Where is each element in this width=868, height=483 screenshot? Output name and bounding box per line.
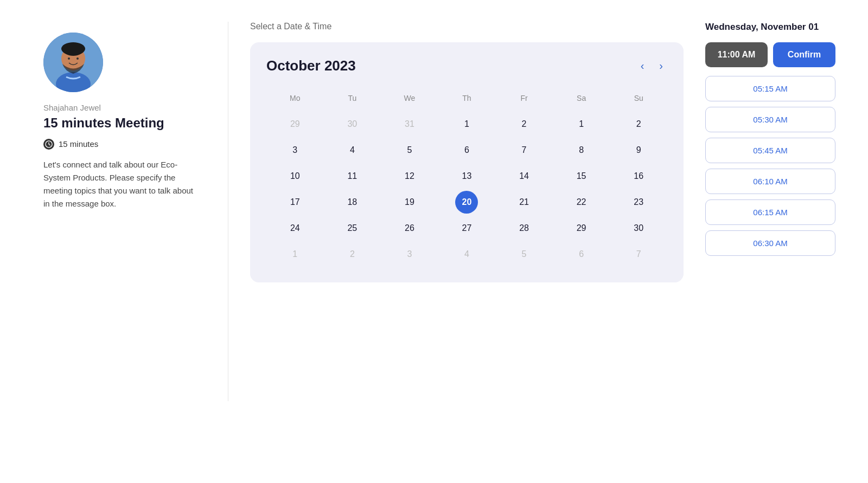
day-cell-selected[interactable]: 20: [455, 191, 478, 214]
time-slot-0610am[interactable]: 06:10 AM: [705, 169, 835, 194]
day-cell[interactable]: 15: [570, 165, 593, 188]
svg-point-4: [63, 45, 83, 56]
center-panel: Select a Date & Time October 2023 ‹ › Mo…: [239, 22, 694, 282]
clock-icon: [43, 139, 54, 150]
day-cell[interactable]: 1: [455, 113, 478, 136]
day-cell[interactable]: 2: [627, 113, 650, 136]
day-cell[interactable]: 22: [570, 191, 593, 214]
calendar-grid: Mo Tu We Th Fr Sa Su 29 30 31 1 2 1 2 3 …: [266, 89, 667, 267]
day-cell[interactable]: 6: [570, 243, 593, 266]
day-cell[interactable]: 2: [513, 113, 535, 136]
day-cell[interactable]: 3: [398, 243, 421, 266]
day-cell[interactable]: 17: [284, 191, 307, 214]
confirm-button[interactable]: Confirm: [773, 42, 835, 67]
calendar-header: October 2023 ‹ ›: [266, 57, 667, 74]
time-slot-0530am[interactable]: 05:30 AM: [705, 107, 835, 132]
day-cell[interactable]: 23: [627, 191, 650, 214]
meeting-title: 15 minutes Meeting: [43, 115, 195, 131]
duration-label: 15 minutes: [59, 139, 98, 149]
svg-point-5: [68, 57, 70, 60]
section-title: Select a Date & Time: [250, 22, 684, 31]
day-cell[interactable]: 1: [570, 113, 593, 136]
time-slot-0615am[interactable]: 06:15 AM: [705, 199, 835, 225]
day-cell[interactable]: 1: [284, 243, 307, 266]
right-panel: Wednesday, November 01 11:00 AM Confirm …: [694, 22, 835, 261]
day-cell[interactable]: 7: [513, 139, 535, 162]
day-cell[interactable]: 2: [341, 243, 363, 266]
selected-time-button[interactable]: 11:00 AM: [705, 42, 768, 67]
day-cell[interactable]: 30: [341, 113, 363, 136]
day-header-tu: Tu: [324, 89, 381, 111]
day-cell[interactable]: 27: [455, 217, 478, 240]
day-cell[interactable]: 5: [513, 243, 535, 266]
day-cell[interactable]: 31: [398, 113, 421, 136]
day-cell[interactable]: 30: [627, 217, 650, 240]
day-cell[interactable]: 8: [570, 139, 593, 162]
day-cell[interactable]: 7: [627, 243, 650, 266]
day-cell[interactable]: 21: [513, 191, 535, 214]
page-container: Shajahan Jewel 15 minutes Meeting 15 min…: [33, 22, 835, 401]
next-month-button[interactable]: ›: [655, 57, 667, 74]
day-cell[interactable]: 25: [341, 217, 363, 240]
day-cell[interactable]: 14: [513, 165, 535, 188]
svg-point-6: [76, 57, 79, 60]
day-cell[interactable]: 5: [398, 139, 421, 162]
day-cell[interactable]: 28: [513, 217, 535, 240]
prev-month-button[interactable]: ‹: [636, 57, 649, 74]
day-header-su: Su: [610, 89, 667, 111]
time-slot-0515am[interactable]: 05:15 AM: [705, 76, 835, 101]
day-header-fr: Fr: [495, 89, 553, 111]
day-cell[interactable]: 19: [398, 191, 421, 214]
day-cell[interactable]: 10: [284, 165, 307, 188]
calendar-card: October 2023 ‹ › Mo Tu We Th Fr Sa Su 29…: [250, 42, 684, 282]
day-cell[interactable]: 4: [455, 243, 478, 266]
day-header-th: Th: [438, 89, 496, 111]
time-slot-0545am[interactable]: 05:45 AM: [705, 138, 835, 163]
day-cell[interactable]: 11: [341, 165, 363, 188]
nav-buttons: ‹ ›: [636, 57, 667, 74]
vertical-divider: [228, 22, 228, 401]
duration-row: 15 minutes: [43, 139, 195, 150]
selected-date-label: Wednesday, November 01: [705, 22, 835, 33]
day-cell[interactable]: 16: [627, 165, 650, 188]
day-header-we: We: [381, 89, 438, 111]
day-cell[interactable]: 4: [341, 139, 363, 162]
day-cell[interactable]: 6: [455, 139, 478, 162]
day-cell[interactable]: 9: [627, 139, 650, 162]
day-cell[interactable]: 12: [398, 165, 421, 188]
day-cell[interactable]: 3: [284, 139, 307, 162]
day-cell[interactable]: 13: [455, 165, 478, 188]
day-cell[interactable]: 26: [398, 217, 421, 240]
day-cell[interactable]: 29: [570, 217, 593, 240]
meeting-description: Let's connect and talk about our Eco-Sys…: [43, 158, 195, 210]
time-slot-0630am[interactable]: 06:30 AM: [705, 230, 835, 256]
calendar-month: October 2023: [266, 57, 356, 74]
day-header-mo: Mo: [266, 89, 324, 111]
day-cell[interactable]: 29: [284, 113, 307, 136]
time-confirm-row: 11:00 AM Confirm: [705, 42, 835, 67]
person-name: Shajahan Jewel: [43, 103, 195, 112]
avatar: [43, 33, 103, 92]
day-cell[interactable]: 24: [284, 217, 307, 240]
day-cell[interactable]: 18: [341, 191, 363, 214]
day-header-sa: Sa: [553, 89, 610, 111]
left-panel: Shajahan Jewel 15 minutes Meeting 15 min…: [33, 22, 217, 221]
